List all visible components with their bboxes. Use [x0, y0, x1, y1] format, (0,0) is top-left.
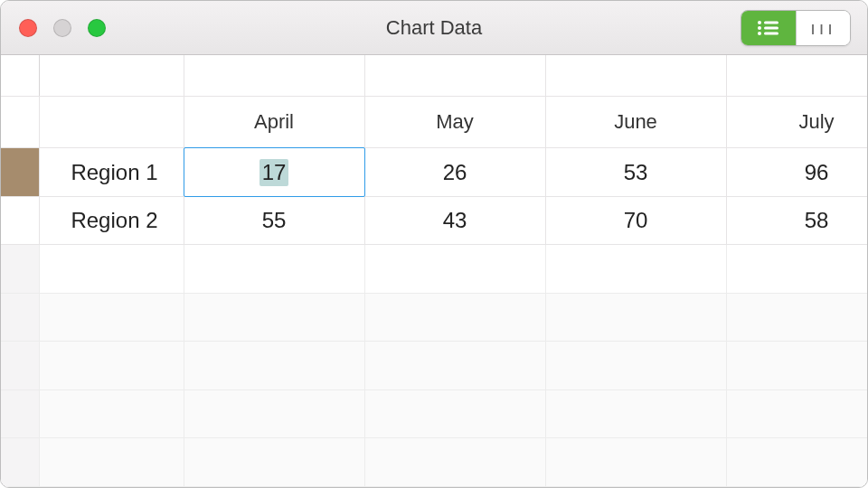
svg-rect-3 [764, 27, 778, 30]
data-cell-selected[interactable]: 17 [184, 148, 364, 197]
empty-cell[interactable] [39, 55, 184, 96]
svg-rect-5 [764, 33, 778, 35]
col-header-may[interactable]: May [364, 96, 545, 148]
row-label[interactable]: Region 2 [39, 196, 184, 245]
list-icon [757, 20, 780, 36]
gutter-cell [1, 293, 39, 342]
corner-cell[interactable] [39, 96, 184, 148]
column-view-button[interactable]: ııı [796, 11, 850, 45]
gutter-cell [1, 389, 39, 438]
empty-cell[interactable] [364, 55, 545, 96]
gutter-cell [1, 438, 39, 487]
cell-value: 17 [259, 159, 289, 186]
table-row: Region 2 55 43 70 58 [1, 196, 867, 245]
data-table: April May June July Region 1 17 26 53 96… [1, 55, 867, 487]
data-cell[interactable]: 58 [726, 196, 867, 245]
view-toggle: ııı [741, 10, 851, 46]
list-view-button[interactable] [741, 11, 796, 45]
fullscreen-window-button[interactable] [88, 19, 106, 37]
gutter-cell [1, 96, 39, 148]
col-header-july[interactable]: July [726, 96, 867, 148]
columns-icon: ııı [810, 18, 836, 39]
window-controls [19, 19, 106, 37]
col-header-june[interactable]: June [545, 96, 726, 148]
row-label[interactable]: Region 1 [39, 148, 184, 197]
svg-point-4 [758, 32, 761, 35]
empty-row [1, 245, 867, 294]
svg-point-0 [758, 21, 761, 24]
window-title: Chart Data [1, 16, 867, 40]
gutter-cell [1, 245, 39, 294]
data-cell[interactable]: 26 [364, 148, 545, 197]
empty-row [1, 389, 867, 438]
spreadsheet: April May June July Region 1 17 26 53 96… [1, 55, 867, 487]
header-row: April May June July [1, 96, 867, 148]
empty-cell[interactable] [726, 55, 867, 96]
series-swatch-region2 [1, 196, 39, 245]
close-window-button[interactable] [19, 19, 37, 37]
col-header-april[interactable]: April [184, 96, 364, 148]
series-swatch-region1 [1, 148, 39, 197]
data-cell[interactable]: 96 [726, 148, 867, 197]
titlebar: Chart Data ııı [1, 1, 867, 55]
spacer-row [1, 55, 867, 96]
gutter-cell [1, 342, 39, 390]
chart-data-window: Chart Data ııı [0, 0, 868, 488]
data-cell[interactable]: 43 [364, 196, 545, 245]
data-cell[interactable]: 70 [545, 196, 726, 245]
empty-cell[interactable] [545, 55, 726, 96]
svg-rect-1 [764, 22, 778, 24]
empty-row [1, 342, 867, 390]
gutter-cell [1, 55, 39, 96]
svg-point-2 [758, 26, 761, 30]
minimize-window-button[interactable] [53, 19, 71, 37]
empty-row [1, 438, 867, 487]
empty-cell[interactable] [184, 55, 364, 96]
data-cell[interactable]: 53 [545, 148, 726, 197]
data-cell[interactable]: 55 [184, 196, 364, 245]
table-row: Region 1 17 26 53 96 [1, 148, 867, 197]
empty-row [1, 293, 867, 342]
